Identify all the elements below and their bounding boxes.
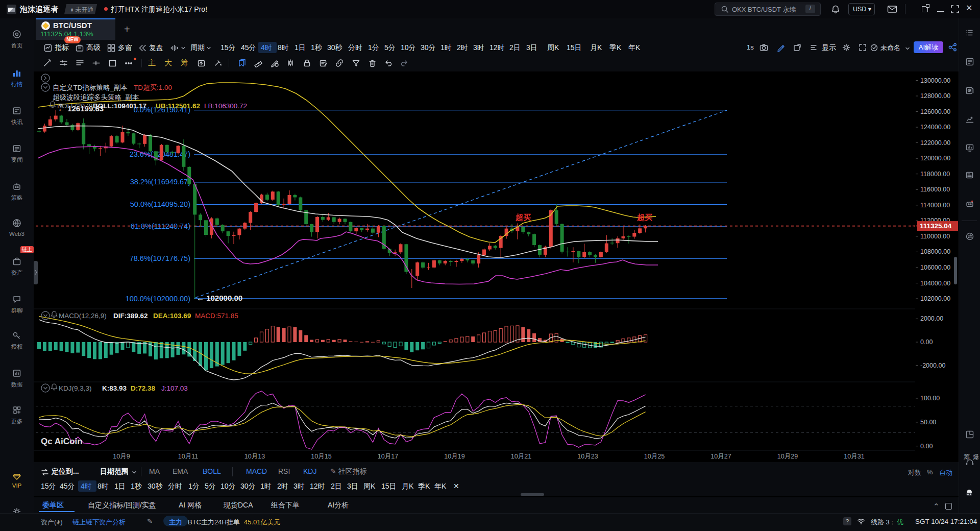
svg-text:110000.00: 110000.00 (920, 233, 950, 240)
svg-text:← 102000.00: ← 102000.00 (197, 294, 242, 302)
svg-text:10月13: 10月13 (244, 453, 265, 460)
svg-text:超买: 超买 (636, 213, 652, 222)
svg-text:-2000.00: -2000.00 (920, 362, 945, 369)
svg-text:BOLL(20,2): BOLL(20,2) (57, 102, 93, 110)
svg-text:UB:112501.62: UB:112501.62 (156, 102, 200, 110)
svg-text:超级波段追踪多头策略_副本: 超级波段追踪多头策略_副本 (53, 93, 139, 101)
svg-text:50.00: 50.00 (920, 419, 936, 426)
svg-text:118000.00: 118000.00 (920, 171, 950, 178)
svg-text:2000.00: 2000.00 (920, 315, 943, 322)
svg-text:KDJ(9,3,3): KDJ(9,3,3) (59, 384, 92, 392)
svg-text:D:72.38: D:72.38 (131, 384, 156, 392)
svg-text:MACD(12,26,9): MACD(12,26,9) (59, 312, 107, 320)
svg-text:130000.00: 130000.00 (920, 77, 950, 84)
svg-text:K:83.93: K:83.93 (102, 384, 127, 392)
svg-text:10月17: 10月17 (378, 453, 398, 460)
svg-text:10月29: 10月29 (777, 453, 798, 460)
svg-text:10月21: 10月21 (511, 453, 531, 460)
svg-text:50.0%(114095.20): 50.0%(114095.20) (130, 200, 190, 208)
svg-text:111325.04: 111325.04 (920, 222, 952, 230)
svg-text:10月25: 10月25 (644, 453, 665, 460)
svg-text:10月19: 10月19 (444, 453, 464, 460)
svg-text:10月15: 10月15 (311, 453, 331, 460)
svg-text:122000.00: 122000.00 (920, 139, 950, 147)
svg-text:126000.00: 126000.00 (920, 108, 950, 115)
svg-text:DEA:103.69: DEA:103.69 (153, 312, 191, 320)
svg-text:Qc AiCoin: Qc AiCoin (41, 437, 83, 446)
svg-text:114000.00: 114000.00 (920, 202, 950, 209)
svg-text:10月9: 10月9 (113, 453, 130, 460)
svg-text:78.6%(107176.75): 78.6%(107176.75) (130, 254, 190, 262)
svg-text:10月11: 10月11 (178, 453, 198, 460)
svg-text:10月23: 10月23 (577, 453, 598, 460)
svg-text:100.0%(102000.00): 100.0%(102000.00) (126, 295, 190, 303)
svg-text:108000.00: 108000.00 (920, 248, 950, 255)
svg-text:0.00: 0.00 (920, 339, 933, 346)
svg-text:BOLL:109401.17: BOLL:109401.17 (93, 102, 146, 110)
svg-text:102000.00: 102000.00 (920, 295, 950, 302)
svg-text:10月31: 10月31 (844, 453, 864, 460)
svg-text:DIF:389.62: DIF:389.62 (113, 312, 148, 320)
svg-text:104000.00: 104000.00 (920, 280, 950, 287)
svg-text:116000.00: 116000.00 (920, 186, 950, 193)
svg-text:TD超买:1.00: TD超买:1.00 (134, 84, 172, 91)
svg-text:128000.00: 128000.00 (920, 92, 950, 100)
svg-text:MACD:571.85: MACD:571.85 (195, 312, 238, 320)
svg-text:10月27: 10月27 (710, 453, 731, 460)
svg-text:超买: 超买 (515, 213, 531, 222)
svg-text:LB:106300.72: LB:106300.72 (204, 102, 247, 110)
svg-text:0.00: 0.00 (920, 443, 933, 450)
svg-text:120000.00: 120000.00 (920, 155, 950, 162)
svg-text:自定义TD指标策略_副本: 自定义TD指标策略_副本 (53, 84, 128, 91)
svg-text:38.2%(116949.67): 38.2%(116949.67) (130, 178, 190, 186)
svg-text:106000.00: 106000.00 (920, 264, 950, 271)
svg-text:124000.00: 124000.00 (920, 124, 950, 131)
svg-text:J:107.03: J:107.03 (161, 384, 188, 392)
svg-text:100.00: 100.00 (920, 395, 940, 402)
